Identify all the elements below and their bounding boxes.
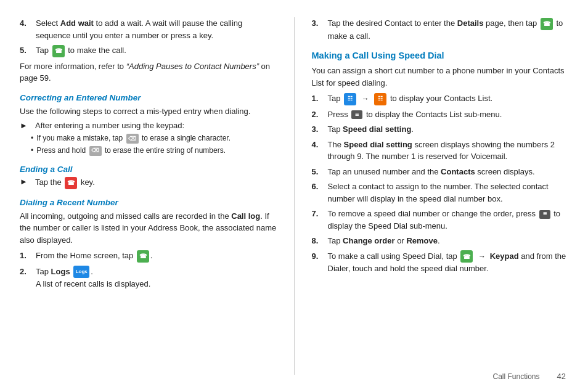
ending-arrow-icon: ► — [20, 177, 32, 186]
bullet-dot-2: • — [31, 145, 33, 156]
making-step-9-num: 9. — [312, 250, 325, 263]
arrow-right-1: → — [362, 93, 369, 104]
ending-arrow-item: ► Tap the ☎ key. — [20, 177, 277, 189]
change-order-bold: Change order — [343, 236, 395, 245]
contacts-orange-icon: ☷ — [374, 93, 386, 105]
footer: Call Functions 42 — [493, 372, 566, 381]
bullet-2-text: Press and hold ⌫ to erase the entire str… — [36, 145, 226, 156]
left-column: 4. Select Add wait to add a wait. A wait… — [20, 17, 295, 375]
ending-step-text: Tap the ☎ key. — [35, 177, 95, 189]
dialing-steps: 1. From the Home screen, tap ☎. 2. Tap L… — [20, 250, 277, 290]
making-step-4: 4. The Speed dial setting screen display… — [312, 139, 569, 163]
menu-icon: ☰ — [351, 110, 362, 119]
making-step-8: 8. Tap Change order or Remove. — [312, 235, 569, 247]
dialing-step-1-num: 1. — [20, 250, 33, 262]
phone-green-icon: ☎ — [52, 45, 65, 57]
making-step-5-content: Tap an unused number and the Contacts sc… — [328, 166, 569, 178]
correcting-section: Correcting an Entered Number Use the fol… — [20, 93, 277, 156]
phone-green-icon-3: ☎ — [541, 18, 553, 30]
correcting-bullets: • If you make a mistake, tap ⌫ to erase … — [31, 133, 277, 156]
making-step-6-num: 6. — [312, 181, 325, 193]
ending-section: Ending a Call ► Tap the ☎ key. — [20, 165, 277, 189]
dialing-step-2-num: 2. — [20, 266, 33, 278]
phone-green-icon-2: ☎ — [137, 250, 149, 263]
making-step-9: 9. To make a call using Speed Dial, tap … — [312, 250, 569, 275]
call-log-bold: Call log — [231, 211, 260, 221]
bullet-1: • If you make a mistake, tap ⌫ to erase … — [31, 133, 277, 144]
backspace-hold-icon: ⌫ — [89, 146, 102, 156]
making-step-9-content: To make a call using Speed Dial, tap ☎ →… — [328, 250, 569, 275]
making-step-3: 3. Tap Speed dial setting. — [312, 123, 569, 136]
making-step-8-num: 8. — [312, 235, 325, 247]
making-step-2: 2. Press ☰ to display the Contacts List … — [312, 108, 569, 121]
step-4-content: Select Add wait to add a wait. A wait wi… — [36, 17, 277, 41]
making-step-2-content: Press ☰ to display the Contacts List sub… — [328, 108, 569, 121]
dialing-body: All incoming, outgoing and missed calls … — [20, 210, 277, 247]
making-step-8-content: Tap Change order or Remove. — [328, 235, 569, 247]
speed-dial-setting-bold-4: Speed dial setting — [344, 140, 412, 149]
making-step-4-content: The Speed dial setting screen displays s… — [328, 139, 569, 163]
making-step-7-num: 7. — [312, 208, 325, 220]
making-section: Making a Call Using Speed Dial You can a… — [312, 51, 569, 275]
correcting-arrow-item: ► After entering a number using the keyp… — [20, 121, 277, 130]
making-step-1-num: 1. — [312, 92, 325, 105]
bullet-2: • Press and hold ⌫ to erase the entire s… — [31, 145, 277, 156]
correcting-body: Use the following steps to correct a mis… — [20, 105, 277, 118]
footer-page: 42 — [557, 372, 566, 381]
making-step-6: 6. Select a contact to assign to the num… — [312, 181, 569, 205]
dialing-step-2-content: Tap Logs Logs. A list of recent calls is… — [36, 266, 277, 290]
step-5: 5. Tap ☎ to make the call. — [20, 44, 277, 57]
making-step-7-content: To remove a speed dial number or change … — [328, 208, 569, 232]
making-heading: Making a Call Using Speed Dial — [312, 51, 569, 60]
speed-dial-setting-bold-3: Speed dial setting — [343, 125, 411, 134]
bullet-dot-1: • — [31, 133, 33, 144]
step-4-num: 4. — [20, 17, 33, 30]
menu-icon-2: ☰ — [539, 210, 550, 219]
making-step-6-content: Select a contact to assign to the number… — [328, 181, 569, 205]
step-5-num: 5. — [20, 44, 33, 57]
contacts-blue-icon: ☷ — [344, 93, 356, 105]
right-step-3-num: 3. — [312, 17, 325, 30]
arrow-right-2: → — [478, 251, 486, 262]
making-step-3-num: 3. — [312, 123, 325, 136]
contacts-bold-5: Contacts — [441, 167, 475, 176]
details-bold: Details — [457, 18, 484, 28]
dialing-section: Dialing a Recent Number All incoming, ou… — [20, 198, 277, 290]
phone-red-icon: ☎ — [65, 177, 77, 189]
backspace-icon: ⌫ — [126, 134, 139, 144]
dialing-step-1: 1. From the Home screen, tap ☎. — [20, 250, 277, 263]
making-step-1-content: Tap ☷ → ☷ to display your Contacts List. — [328, 92, 569, 105]
making-step-2-num: 2. — [312, 108, 325, 121]
dialing-step-2: 2. Tap Logs Logs. A list of recent calls… — [20, 266, 277, 290]
dialing-step-2-sub: A list of recent calls is displayed. — [36, 279, 150, 288]
logs-icon: Logs — [73, 266, 89, 278]
bullet-intro: After entering a number using the keypad… — [35, 121, 184, 130]
add-wait-bold: Add wait — [60, 18, 94, 28]
making-steps: 1. Tap ☷ → ☷ to display your Contacts Li… — [312, 92, 569, 275]
keypad-bold: Keypad — [490, 251, 519, 261]
dialing-heading: Dialing a Recent Number — [20, 198, 277, 207]
step-5-content: Tap ☎ to make the call. — [36, 44, 277, 57]
step-4-section: 4. Select Add wait to add a wait. A wait… — [20, 17, 277, 84]
step-4: 4. Select Add wait to add a wait. A wait… — [20, 17, 277, 41]
bullet-1-text: If you make a mistake, tap ⌫ to erase a … — [36, 133, 231, 144]
more-info-text: For more information, refer to “Adding P… — [20, 60, 277, 84]
right-column: 3. Tap the desired Contact to enter the … — [295, 17, 569, 375]
right-step-3: 3. Tap the desired Contact to enter the … — [312, 17, 569, 42]
more-info-italic: “Adding Pauses to Contact Numbers” — [126, 62, 259, 71]
making-step-5-num: 5. — [312, 166, 325, 178]
making-step-3-content: Tap Speed dial setting. — [328, 123, 569, 136]
making-step-4-num: 4. — [312, 139, 325, 151]
arrow-icon: ► — [20, 121, 32, 130]
step-3-section: 3. Tap the desired Contact to enter the … — [312, 17, 569, 42]
right-step-3-content: Tap the desired Contact to enter the Det… — [328, 17, 569, 42]
phone-green-icon-4: ☎ — [460, 250, 473, 263]
remove-bold: Remove — [406, 236, 438, 245]
footer-label: Call Functions — [493, 372, 540, 381]
correcting-heading: Correcting an Entered Number — [20, 93, 277, 102]
making-step-1: 1. Tap ☷ → ☷ to display your Contacts Li… — [312, 92, 569, 105]
dialing-step-1-content: From the Home screen, tap ☎. — [36, 250, 277, 263]
making-step-5: 5. Tap an unused number and the Contacts… — [312, 166, 569, 178]
ending-heading: Ending a Call — [20, 165, 277, 174]
making-body: You can assign a short cut number to a p… — [312, 65, 569, 89]
